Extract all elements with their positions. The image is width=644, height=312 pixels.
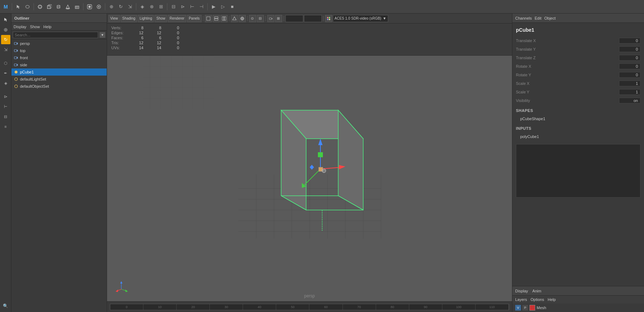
display-bottom-tab[interactable]: Display <box>515 289 528 293</box>
attr-rotatey-value[interactable]: 0 <box>619 72 640 78</box>
outliner-item-top[interactable]: top <box>11 47 107 54</box>
vp-panels-menu[interactable]: Panels <box>187 15 202 22</box>
shapes-item-pcubeshape1[interactable]: pCubeShape1 <box>516 116 640 122</box>
select-icon[interactable] <box>14 2 22 11</box>
anim-bottom-tab[interactable]: Anim <box>532 289 541 293</box>
attr-row-scaley: Scale Y 1 <box>516 88 640 96</box>
outliner-help-menu[interactable]: Help <box>44 25 52 29</box>
vp-wireframe-icon[interactable] <box>231 15 238 22</box>
tick-0: 0 <box>110 304 143 310</box>
vp-show-menu[interactable]: Show <box>154 15 167 22</box>
outliner-item-lightset[interactable]: defaultLightSet <box>11 76 107 83</box>
search-icon[interactable]: 🔍 <box>1 301 10 311</box>
soft-mod-icon[interactable]: ◈ <box>138 2 147 11</box>
main-layout: ⊕ ↻ ⇲ ⬡ ✒ ◈ ⊳ ⊢ ⊟ ≡ 🔍 Outliner Display S… <box>0 14 644 312</box>
snap-to-grid-icon[interactable]: ⊞ <box>157 2 165 11</box>
vp-xray-icon[interactable]: ⊙ <box>249 15 256 22</box>
vp-color-mode-icon[interactable] <box>325 15 332 22</box>
channel-v-button[interactable]: V <box>515 305 521 311</box>
paint-mode-icon[interactable]: ✒ <box>1 68 10 78</box>
attr-translatex-value[interactable]: 0 <box>619 38 640 44</box>
svg-rect-18 <box>14 42 17 45</box>
vp-layout1-icon[interactable] <box>205 15 212 22</box>
vp-layout2-icon[interactable] <box>213 15 220 22</box>
viewport-canvas[interactable]: persp <box>107 56 512 301</box>
svg-point-26 <box>15 71 17 73</box>
stat-tris-v1: 12 <box>136 41 143 45</box>
select-mode-icon[interactable] <box>1 15 10 24</box>
vp-value-field[interactable]: 0.00 <box>285 15 303 22</box>
stat-verts-label: Verts: <box>111 26 126 30</box>
vp-snap-icon[interactable]: ⊞ <box>275 15 282 22</box>
select-tool-icon[interactable] <box>85 2 94 11</box>
channels-tab[interactable]: Channels <box>515 16 532 20</box>
bevel2-icon[interactable]: ⊢ <box>188 2 196 11</box>
scale-mode-icon[interactable]: ⇲ <box>1 45 10 54</box>
outliner-item-pcube1[interactable]: pCube1 <box>11 68 107 76</box>
outliner-content: persp top front side <box>11 39 107 312</box>
edit-tab[interactable]: Edit <box>534 16 541 20</box>
loop-mode-icon[interactable]: ⊟ <box>1 112 10 121</box>
vp-color-profile-dropdown[interactable]: ACES 1.0 SDR-video (sRGB) ▼ <box>333 15 388 22</box>
vp-shaded-icon[interactable] <box>239 15 246 22</box>
outliner-item-objectset[interactable]: defaultObjectSet <box>11 83 107 90</box>
attr-scalex-value[interactable]: 1 <box>619 81 640 86</box>
camera-icon-top <box>14 48 19 53</box>
render-seq-icon[interactable]: ▷ <box>219 2 227 11</box>
help-sub-tab[interactable]: Help <box>548 297 556 302</box>
attr-scaley-value[interactable]: 1 <box>619 89 640 95</box>
sculpt-mode-icon[interactable]: ◈ <box>1 78 10 88</box>
search-arrow-icon[interactable]: ▼ <box>100 32 105 38</box>
channel-p-button[interactable]: P <box>522 305 528 311</box>
vp-lighting-menu[interactable]: Lighting <box>138 15 154 22</box>
options-sub-tab[interactable]: Options <box>531 297 544 302</box>
vp-renderer-menu[interactable]: Renderer <box>168 15 186 22</box>
outliner-item-side[interactable]: side <box>11 61 107 68</box>
vp-scale-field[interactable]: 1.00 <box>304 15 322 22</box>
outliner-show-menu[interactable]: Show <box>30 25 40 29</box>
poly-box-icon[interactable] <box>45 2 54 11</box>
move-tool-icon[interactable]: ⊕ <box>107 2 116 11</box>
scale-tool-icon[interactable]: ⇲ <box>126 2 134 11</box>
vp-isolate-icon[interactable]: ⊟ <box>257 15 264 22</box>
move-mode-icon[interactable]: ⊕ <box>1 25 10 34</box>
poly-cone-icon[interactable] <box>64 2 72 11</box>
object-tab[interactable]: Object <box>544 16 556 20</box>
render-icon[interactable]: ▶ <box>209 2 218 11</box>
bevel-mode-icon[interactable]: ⊢ <box>1 102 10 111</box>
sculpt-icon[interactable]: ⊗ <box>147 2 156 11</box>
rotate-mode-icon[interactable]: ↻ <box>1 35 10 44</box>
bridge-icon[interactable]: ⊣ <box>197 2 206 11</box>
outliner-display-menu[interactable]: Display <box>14 25 26 29</box>
loop-cut-icon[interactable]: ⊟ <box>169 2 178 11</box>
attr-visibility-value[interactable]: on <box>619 98 640 103</box>
inputs-item-polycube1[interactable]: polyCube1 <box>516 133 640 140</box>
vp-shading-menu[interactable]: Shading <box>121 15 137 22</box>
render-stop-icon[interactable]: ■ <box>228 2 237 11</box>
vp-view-menu[interactable]: View <box>108 15 120 22</box>
lasso-mode-icon[interactable]: ⬡ <box>1 58 10 68</box>
paint-select-icon[interactable] <box>95 2 103 11</box>
attr-translatez-value[interactable]: 0 <box>619 55 640 61</box>
bridge-mode-icon[interactable]: ≡ <box>1 122 10 131</box>
outliner-item-front[interactable]: front <box>11 54 107 61</box>
extrude-mode-icon[interactable]: ⊳ <box>1 92 10 101</box>
vp-camera-icon[interactable] <box>267 15 274 22</box>
stat-tris-v3: 0 <box>172 41 179 45</box>
layers-sub-tab[interactable]: Layers <box>515 297 527 302</box>
channel-color-swatch[interactable] <box>529 305 535 311</box>
search-input[interactable] <box>13 32 98 38</box>
attr-rotatex-value[interactable]: 0 <box>619 63 640 69</box>
outliner-item-persp[interactable]: persp <box>11 40 107 47</box>
left-icon-bar: ⊕ ↻ ⇲ ⬡ ✒ ◈ ⊳ ⊢ ⊟ ≡ 🔍 <box>0 14 11 312</box>
poly-sphere-icon[interactable] <box>36 2 44 11</box>
vp-layout3-icon[interactable] <box>220 15 228 22</box>
lasso-select-icon[interactable] <box>23 2 32 11</box>
poly-cylinder-icon[interactable] <box>54 2 63 11</box>
extrude2-icon[interactable]: ⊳ <box>178 2 187 11</box>
poly-plane-icon[interactable] <box>73 2 81 11</box>
timeline-ruler[interactable]: 0 10 20 30 40 50 60 70 80 90 100 110 <box>110 304 509 310</box>
attr-translatey-value[interactable]: 0 <box>619 46 640 52</box>
rotate-tool-icon[interactable]: ↻ <box>116 2 125 11</box>
right-panel: Channels Edit Object pCube1 Translate X … <box>512 14 644 312</box>
